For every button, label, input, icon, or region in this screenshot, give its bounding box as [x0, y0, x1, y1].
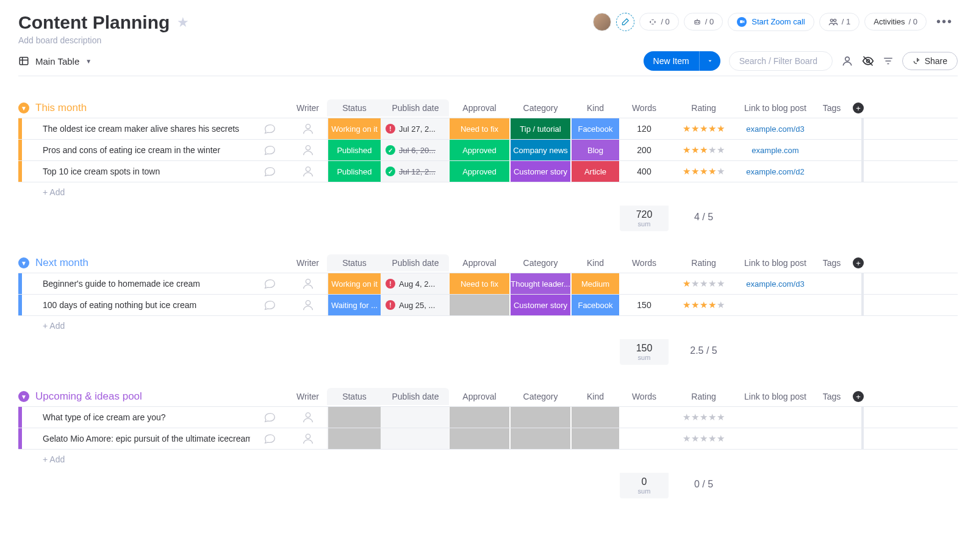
- avatar[interactable]: [593, 13, 611, 31]
- writer-cell[interactable]: [289, 273, 327, 294]
- category-cell[interactable]: [511, 407, 570, 428]
- column-header-writer[interactable]: Writer: [289, 254, 327, 271]
- column-header-link[interactable]: Link to blog post: [739, 388, 812, 405]
- search-input[interactable]: [729, 51, 833, 71]
- kind-cell[interactable]: Facebook: [572, 295, 619, 315]
- board-description[interactable]: Add board description: [18, 35, 189, 45]
- category-cell[interactable]: [511, 428, 570, 449]
- column-header-status[interactable]: Status: [327, 99, 382, 117]
- tags-cell[interactable]: [812, 140, 852, 160]
- column-header-publish-date[interactable]: Publish date: [382, 254, 449, 271]
- words-cell[interactable]: 150: [620, 295, 669, 315]
- writer-cell[interactable]: [289, 428, 327, 449]
- chat-icon[interactable]: [250, 161, 289, 182]
- column-header-words[interactable]: Words: [620, 99, 669, 117]
- chat-icon[interactable]: [250, 140, 289, 160]
- column-header-rating[interactable]: Rating: [669, 99, 739, 117]
- tags-cell[interactable]: [812, 273, 852, 294]
- column-header-kind[interactable]: Kind: [571, 388, 620, 405]
- publish-date-cell[interactable]: [382, 428, 449, 449]
- column-header-tags[interactable]: Tags: [812, 99, 852, 117]
- chat-icon[interactable]: [250, 428, 289, 449]
- words-cell[interactable]: [620, 428, 669, 449]
- group-title[interactable]: This month: [35, 102, 87, 113]
- add-column-icon[interactable]: +: [853, 391, 864, 402]
- column-header-approval[interactable]: Approval: [449, 99, 510, 117]
- publish-date-cell[interactable]: !Aug 4, 2...: [382, 273, 449, 294]
- add-item-button[interactable]: + Add: [35, 316, 250, 336]
- rating-cell[interactable]: ★★★★★: [669, 140, 739, 160]
- column-header-tags[interactable]: Tags: [812, 388, 852, 405]
- column-header-words[interactable]: Words: [620, 388, 669, 405]
- star-icon[interactable]: ★: [177, 15, 189, 31]
- chat-icon[interactable]: [250, 118, 289, 139]
- words-cell[interactable]: [620, 407, 669, 428]
- members-button[interactable]: / 1: [819, 13, 859, 31]
- add-item-button[interactable]: + Add: [35, 182, 250, 202]
- link-cell[interactable]: example.com/d3: [739, 118, 812, 139]
- item-name[interactable]: Top 10 ice cream spots in town: [35, 161, 250, 182]
- publish-date-cell[interactable]: ✓Jul 12, 2...: [382, 161, 449, 182]
- category-cell[interactable]: Customer story: [511, 295, 570, 315]
- share-button[interactable]: Share: [902, 52, 958, 70]
- item-name[interactable]: The oldest ice cream maker alive shares …: [35, 118, 250, 139]
- category-cell[interactable]: Company news: [511, 140, 570, 160]
- column-header-publish-date[interactable]: Publish date: [382, 99, 449, 117]
- words-cell[interactable]: 400: [620, 161, 669, 182]
- kind-cell[interactable]: [572, 407, 619, 428]
- rating-cell[interactable]: ★★★★★: [669, 118, 739, 139]
- approval-cell[interactable]: [450, 407, 509, 428]
- collapse-group-icon[interactable]: ▼: [18, 102, 29, 113]
- item-name[interactable]: Beginner's guide to homemade ice cream: [35, 273, 250, 294]
- column-header-tags[interactable]: Tags: [812, 254, 852, 271]
- tags-cell[interactable]: [812, 118, 852, 139]
- column-header-category[interactable]: Category: [510, 388, 571, 405]
- integration-plug-button[interactable]: / 0: [639, 13, 678, 31]
- column-header-approval[interactable]: Approval: [449, 254, 510, 271]
- publish-date-cell[interactable]: !Jul 27, 2...: [382, 118, 449, 139]
- status-cell[interactable]: [328, 428, 381, 449]
- writer-cell[interactable]: [289, 407, 327, 428]
- column-header-kind[interactable]: Kind: [571, 254, 620, 271]
- category-cell[interactable]: Tip / tutorial: [511, 118, 570, 139]
- column-header-status[interactable]: Status: [327, 254, 382, 271]
- publish-date-cell[interactable]: [382, 407, 449, 428]
- words-cell[interactable]: [620, 273, 669, 294]
- approval-cell[interactable]: Approved: [450, 140, 509, 160]
- kind-cell[interactable]: [572, 428, 619, 449]
- publish-date-cell[interactable]: ✓Jul 6, 20...: [382, 140, 449, 160]
- approval-cell[interactable]: [450, 428, 509, 449]
- kind-cell[interactable]: Facebook: [572, 118, 619, 139]
- rating-cell[interactable]: ★★★★★: [669, 161, 739, 182]
- status-cell[interactable]: Working on it: [328, 118, 381, 139]
- automation-button[interactable]: / 0: [684, 13, 723, 31]
- link-cell[interactable]: example.com/d2: [739, 161, 812, 182]
- status-cell[interactable]: Published: [328, 161, 381, 182]
- column-header-category[interactable]: Category: [510, 99, 571, 117]
- kind-cell[interactable]: Medium: [572, 273, 619, 294]
- item-name[interactable]: Pros and cons of eating ice cream in the…: [35, 140, 250, 160]
- column-header-writer[interactable]: Writer: [289, 388, 327, 405]
- writer-cell[interactable]: [289, 118, 327, 139]
- rating-cell[interactable]: ★★★★★: [669, 295, 739, 315]
- link-cell[interactable]: [739, 407, 812, 428]
- column-header-link[interactable]: Link to blog post: [739, 254, 812, 271]
- add-member-icon[interactable]: [616, 13, 634, 31]
- start-zoom-button[interactable]: Start Zoom call: [728, 13, 814, 31]
- category-cell[interactable]: Customer story: [511, 161, 570, 182]
- status-cell[interactable]: Working on it: [328, 273, 381, 294]
- status-cell[interactable]: Waiting for ...: [328, 295, 381, 315]
- tags-cell[interactable]: [812, 407, 852, 428]
- collapse-group-icon[interactable]: ▼: [18, 391, 29, 402]
- rating-cell[interactable]: ★★★★★: [669, 428, 739, 449]
- status-cell[interactable]: [328, 407, 381, 428]
- activities-button[interactable]: Activities / 0: [864, 13, 927, 31]
- tags-cell[interactable]: [812, 161, 852, 182]
- column-header-writer[interactable]: Writer: [289, 99, 327, 117]
- words-cell[interactable]: 200: [620, 140, 669, 160]
- board-title[interactable]: Content Planning: [18, 12, 170, 33]
- rating-cell[interactable]: ★★★★★: [669, 273, 739, 294]
- link-cell[interactable]: [739, 428, 812, 449]
- approval-cell[interactable]: Need to fix: [450, 273, 509, 294]
- approval-cell[interactable]: Need to fix: [450, 118, 509, 139]
